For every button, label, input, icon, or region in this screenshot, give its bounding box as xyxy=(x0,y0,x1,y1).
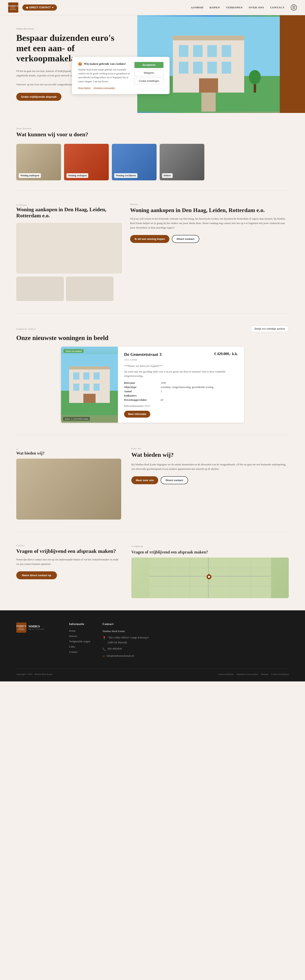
nav-item-verkopen[interactable]: VERKOPEN xyxy=(226,6,243,9)
footer-link-nieuws[interactable]: Nieuws xyxy=(69,634,90,638)
aanbod-title-left: Woning aankopen in Den Haag, Leiden, Rot… xyxy=(16,207,122,219)
header-nav: AANBOD KOPEN VERKOPEN OVER ONS CONTACT xyxy=(191,5,297,11)
footer-bottom-links: Cookieverklaring Algemene voorwaarden Si… xyxy=(218,673,289,675)
svg-rect-6 xyxy=(208,45,217,57)
email-icon: ✉ xyxy=(102,654,105,659)
over-ons-buttons: Meer over ons Direct contact xyxy=(131,476,289,484)
listing-details: Bouwjaar 1920 Objecttype woonhuis, eenge… xyxy=(124,381,238,401)
cookie-reject-button[interactable]: Weigeren xyxy=(134,70,163,76)
hamburger-line-1 xyxy=(292,6,295,6)
svg-rect-27 xyxy=(94,384,100,391)
footer-logo: NIMBUS REAL ESTATE NIMBUS REAL ESTATE xyxy=(16,622,57,633)
logo-icon: NIMBUS REAL ESTATE xyxy=(8,2,18,13)
footer-email[interactable]: info@nimbusrealestate.nl xyxy=(107,654,134,658)
over-ons-secondary-button[interactable]: Direct contact xyxy=(161,476,188,484)
diensten-title: Wat kunnen wij voor u doen? xyxy=(16,131,289,138)
svg-rect-32 xyxy=(169,558,170,598)
svg-point-40 xyxy=(208,576,210,578)
cookie-privacy-link[interactable]: Privacybeleid xyxy=(78,86,90,89)
listing-badge: Nieuw in aanbod xyxy=(64,349,83,353)
cookie-settings-button[interactable]: Cookie instellingen xyxy=(134,78,163,84)
nav-item-contact[interactable]: CONTACT xyxy=(270,6,285,9)
nav-item-aanbod[interactable]: AANBOD xyxy=(191,6,203,9)
svg-rect-4 xyxy=(179,45,188,57)
listing-title-row: De Genestetstraat 3 € 420.000,- k.k. xyxy=(124,352,238,357)
aanbod-section-label: Nieuws xyxy=(130,203,289,205)
svg-rect-37 xyxy=(149,586,271,586)
footer-informatie-title: Informatie xyxy=(69,622,90,626)
svg-rect-22 xyxy=(73,372,79,380)
over-ons-section: ↩ Wat bieden wij? Over ons Wat bieden wi… xyxy=(0,435,305,532)
svg-rect-23 xyxy=(83,372,89,380)
footer-address-item: 📍 "The Lobby Offices" Lange Kleiweg 6 22… xyxy=(102,635,289,645)
svg-rect-7 xyxy=(222,45,231,57)
contact-map xyxy=(131,558,289,598)
aanbod-primary-button[interactable]: Ik wil een woning kopen xyxy=(130,235,169,243)
nav-item-over-ons[interactable]: OVER ONS xyxy=(249,6,264,9)
cookie-title: 🍪 Wij maken gebruik van cookies! xyxy=(78,62,130,66)
hero-cta-button[interactable]: Gratis vrijblijvende afspraak xyxy=(16,93,61,101)
direct-contact-label: DIRECT CONTACT xyxy=(29,6,51,9)
hamburger-line-2 xyxy=(292,7,295,8)
footer-link-links[interactable]: Links xyxy=(69,645,90,648)
breadcrumb: Nimbus Real Estate xyxy=(16,27,127,30)
aantal-label: Aantal xyxy=(124,390,161,393)
aanbod-secondary-button[interactable]: Direct contact xyxy=(172,235,199,243)
hamburger-line-3 xyxy=(292,8,295,9)
footer-cookie-instellingen[interactable]: Cookie instellingen xyxy=(271,673,289,675)
contact-right-label: ↩ contact op xyxy=(131,545,143,547)
aanbod-imgs-row xyxy=(16,277,122,301)
cookie-terms-link[interactable]: Algemene voorwaarden xyxy=(93,86,115,89)
aanbod-label: ↩ Nieuws xyxy=(16,204,27,206)
listing-detail-badkamers: badkamers xyxy=(124,394,238,397)
contact-section: Contact Vragen of vrijblijvend een afspr… xyxy=(0,532,305,610)
footer-logo-area: NIMBUS REAL ESTATE NIMBUS REAL ESTATE xyxy=(16,622,57,661)
contact-cta-button[interactable]: Neem direct contact op xyxy=(16,571,57,579)
svg-rect-24 xyxy=(94,372,100,380)
chevron-down-icon: ▾ xyxy=(52,6,53,9)
listings-title: Onze nieuwste woningen in beeld xyxy=(16,334,289,342)
bouwjaar-label: Bouwjaar xyxy=(124,381,161,385)
footer: NIMBUS REAL ESTATE NIMBUS REAL ESTATE In… xyxy=(0,610,305,682)
listing-detail-button[interactable]: Meer informatie xyxy=(124,411,150,418)
footer-informatie-links: Home Nieuws Veelgestelde vragen Links Co… xyxy=(69,629,90,654)
logo: NIMBUS REAL ESTATE xyxy=(8,2,18,13)
contact-left: Contact Vragen of vrijblijvend een afspr… xyxy=(16,544,121,598)
dienst-card-beheer[interactable]: Beheer xyxy=(160,144,204,180)
aanbod-small-image-1 xyxy=(16,277,64,301)
cookie-banner: 🍪 Wij maken gebruik van cookies! Nimbus … xyxy=(72,57,169,94)
svg-rect-10 xyxy=(208,62,217,73)
bekijk-button[interactable]: Bekijk ons volledige aanbod xyxy=(251,326,289,332)
oppervlakte-value: m² xyxy=(161,398,163,401)
listing-name: De Genestetstraat 3 xyxy=(124,352,162,357)
aanbod-description: Of je nu wilt wonen in het bruisende cen… xyxy=(130,216,289,230)
footer-company-name-item: Nimbus Real Estate xyxy=(102,629,289,633)
diensten-label: Onze diensten xyxy=(16,127,289,130)
footer-link-home[interactable]: Home xyxy=(69,629,90,633)
footer-phone[interactable]: 085-4003838 xyxy=(107,646,121,651)
over-ons-primary-button[interactable]: Meer over ons xyxy=(131,476,158,484)
dienst-card-huren[interactable]: Woning (ver)huren xyxy=(112,144,156,180)
dienst-card-bg-beheer: Beheer xyxy=(160,144,204,180)
dienst-label-verkopen: Woning verkopen xyxy=(67,173,88,178)
dienst-card-verkopen[interactable]: Woning verkopen xyxy=(64,144,109,180)
location-icon: 📍 xyxy=(102,636,106,641)
footer-link-vragen[interactable]: Veelgestelde vragen xyxy=(69,640,90,643)
footer-sitemap[interactable]: Sitemap xyxy=(261,673,268,675)
hamburger-menu[interactable] xyxy=(291,5,297,11)
dienst-card-aankopen[interactable]: Woning aankopen xyxy=(16,144,61,180)
footer-address: "The Lobby Offices" Lange Kleiweg 6 2288… xyxy=(107,635,149,645)
contact-right: ↩ contact op Vragen of vrijblijvend een … xyxy=(131,544,289,598)
footer-contact-col: Contact Nimbus Real Estate 📍 "The Lobby … xyxy=(102,622,289,661)
footer-algemene-voorwaarden[interactable]: Algemene voorwaarden xyxy=(236,673,258,675)
dienst-card-bg-huren: Woning (ver)huren xyxy=(112,144,156,180)
svg-rect-11 xyxy=(222,62,231,73)
footer-cookieverklaring[interactable]: Cookieverklaring xyxy=(218,673,233,675)
footer-link-contact[interactable]: Contact xyxy=(69,650,90,654)
svg-rect-28 xyxy=(83,394,96,403)
listing-address-overlay: Adres: 3, 2321XM Leiden xyxy=(63,417,90,421)
footer-copyright: Copyright © 2021 - Nimbus Real Estate xyxy=(16,673,52,675)
cookie-accept-button[interactable]: Accepteren xyxy=(134,62,163,68)
direct-contact-button[interactable]: ◉ DIRECT CONTACT ▾ xyxy=(22,5,57,11)
nav-item-kopen[interactable]: KOPEN xyxy=(210,6,220,9)
